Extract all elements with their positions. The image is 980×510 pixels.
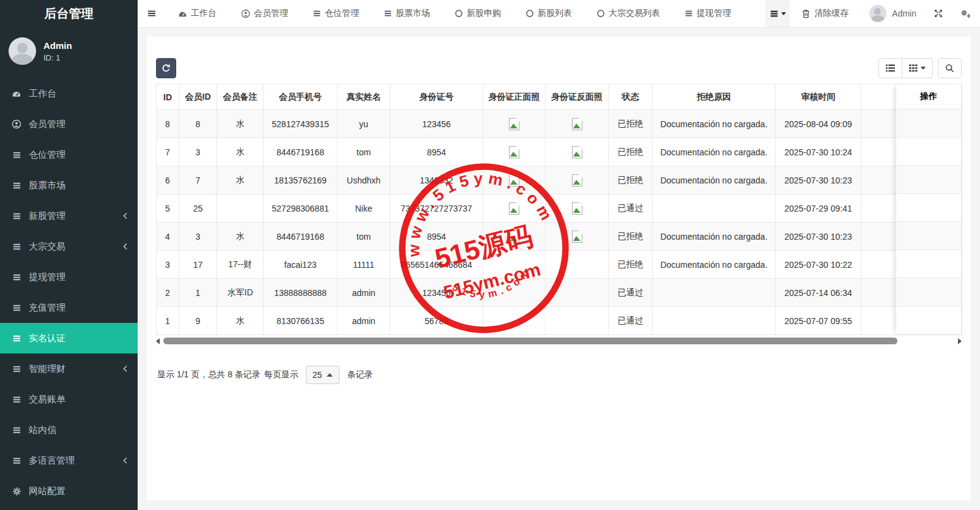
sidebar-item-label: 股票市场 xyxy=(29,180,65,191)
scroll-right-arrow[interactable] xyxy=(958,338,962,344)
caret-down-icon xyxy=(781,12,786,15)
tab-members[interactable]: 会员管理 xyxy=(229,0,300,27)
columns-view-button[interactable] xyxy=(902,58,933,78)
expand-arrows-icon xyxy=(934,9,943,18)
action-cell xyxy=(896,194,962,222)
sidebar-item-trade-bills[interactable]: 交易账单 xyxy=(0,384,138,415)
menu-dropdown-button[interactable] xyxy=(765,0,790,27)
sidebar-item-label: 实名认证 xyxy=(29,333,65,344)
navbar-user-name: Admin xyxy=(892,9,916,18)
tab-new-share-subscribe[interactable]: 新股申购 xyxy=(442,0,513,27)
tab-block-trade-list[interactable]: 大宗交易列表 xyxy=(584,0,672,27)
sidebar-item-label: 充值管理 xyxy=(29,302,65,314)
tab-new-share-list[interactable]: 新股列表 xyxy=(513,0,584,27)
sidebar-item-withdraw[interactable]: 提现管理 xyxy=(0,262,138,292)
sidebar-item-site-message[interactable]: 站内信 xyxy=(0,415,138,445)
broken-image-icon[interactable] xyxy=(509,231,519,243)
col-header-audit-time: 审核时间 xyxy=(776,84,861,110)
trash-icon xyxy=(802,9,810,18)
sidebar-item-members[interactable]: 会员管理 xyxy=(0,109,138,139)
table-row: 21水军ID13888888888admin123456 已通过2025-07-… xyxy=(157,279,962,307)
sidebar-menu: 工作台 会员管理 仓位管理 股票市场 新股管理 大宗交易 提现管理 xyxy=(0,78,138,506)
col-header-phone: 会员手机号 xyxy=(264,84,338,110)
tab-label: 会员管理 xyxy=(254,8,288,19)
refresh-button[interactable] xyxy=(156,58,176,78)
list-icon xyxy=(11,334,22,343)
status-text: 已拒绝 xyxy=(609,166,653,194)
user-icon xyxy=(11,119,22,129)
view-toggle-group xyxy=(878,58,933,78)
table-row: 19水8130766135admin56789 已通过2025-07-07 09… xyxy=(157,307,962,335)
broken-image-icon[interactable] xyxy=(509,118,519,130)
sidebar-item-block-trade[interactable]: 大宗交易 xyxy=(0,231,138,262)
broken-image-icon[interactable] xyxy=(572,174,582,187)
sticky-action-column: 操作 xyxy=(896,84,962,334)
tab-workbench[interactable]: 工作台 xyxy=(166,0,229,27)
app-title: 后台管理 xyxy=(0,0,138,28)
broken-image-icon[interactable] xyxy=(572,202,582,215)
clear-cache-button[interactable]: 清除缓存 xyxy=(790,0,861,27)
tab-label: 仓位管理 xyxy=(325,8,359,19)
sidebar-item-workbench[interactable]: 工作台 xyxy=(0,78,138,109)
status-text: 已拒绝 xyxy=(609,138,653,166)
status-text: 已拒绝 xyxy=(609,110,653,138)
table-toolbar xyxy=(156,58,962,78)
status-text: 已通过 xyxy=(609,194,653,223)
broken-image-icon[interactable] xyxy=(572,231,582,243)
circle-icon xyxy=(525,9,534,18)
pagination-bar: 显示 1/1 页，总共 8 条记录 每页显示 25 条记录 xyxy=(156,366,962,384)
sidebar-item-multilang[interactable]: 多语言管理 xyxy=(0,445,138,476)
caret-down-icon xyxy=(921,67,926,70)
sidebar-item-site-config[interactable]: 网站配置 xyxy=(0,476,138,506)
list-icon xyxy=(11,303,22,312)
content-panel: ID 会员ID 会员备注 会员手机号 真实姓名 身份证号 身份证正面照 身份证反… xyxy=(147,37,971,500)
broken-image-icon[interactable] xyxy=(572,146,582,158)
sidebar-toggle-button[interactable] xyxy=(138,0,166,27)
broken-image-icon[interactable] xyxy=(509,202,519,215)
sidebar-item-label: 仓位管理 xyxy=(29,149,65,161)
user-icon xyxy=(241,9,250,18)
list-icon xyxy=(11,456,22,465)
verification-table: ID 会员ID 会员备注 会员手机号 真实姓名 身份证号 身份证正面照 身份证反… xyxy=(156,84,962,335)
list-view-button[interactable] xyxy=(878,58,902,78)
sidebar-item-smart-finance[interactable]: 智能理财 xyxy=(0,353,138,384)
tab-label: 新股列表 xyxy=(538,8,572,19)
sidebar-item-positions[interactable]: 仓位管理 xyxy=(0,139,138,170)
sidebar-item-label: 站内信 xyxy=(29,424,56,436)
status-text: 已拒绝 xyxy=(609,223,653,251)
sidebar-item-label: 智能理财 xyxy=(29,363,65,375)
sidebar-item-new-shares[interactable]: 新股管理 xyxy=(0,201,138,231)
per-page-select[interactable]: 25 xyxy=(306,366,340,384)
search-icon xyxy=(945,64,954,73)
status-text: 已通过 xyxy=(609,307,653,335)
scroll-left-arrow[interactable] xyxy=(156,338,160,344)
action-cell xyxy=(896,138,962,166)
col-header-status: 状态 xyxy=(609,84,653,110)
list-icon xyxy=(313,9,321,18)
broken-image-icon[interactable] xyxy=(509,174,519,187)
sidebar-item-label: 新股管理 xyxy=(29,210,65,222)
col-header-member-id: 会员ID xyxy=(179,84,217,110)
cogs-icon xyxy=(960,9,971,18)
scrollbar-thumb[interactable] xyxy=(163,338,897,344)
broken-image-icon[interactable] xyxy=(572,118,582,130)
sidebar-item-recharge[interactable]: 充值管理 xyxy=(0,292,138,323)
sidebar-item-stock-market[interactable]: 股票市场 xyxy=(0,170,138,201)
top-navbar: 工作台 会员管理 仓位管理 股票市场 新股申购 新股列表 大宗交易列表 提现管 xyxy=(138,0,980,28)
action-cell xyxy=(896,166,962,194)
sidebar: 后台管理 Admin ID: 1 工作台 会员管理 仓位管理 股票市场 新股管理 xyxy=(0,0,138,510)
sidebar-item-realname-auth[interactable]: 实名认证 xyxy=(0,323,138,353)
navbar-user-menu[interactable]: Admin xyxy=(861,0,925,27)
col-header-reason: 拒绝原因 xyxy=(653,84,776,110)
tab-withdraw[interactable]: 提现管理 xyxy=(672,0,743,27)
table-row: 525527298306881Nike737372727273737 已通过20… xyxy=(157,194,962,223)
tab-stock-market[interactable]: 股票市场 xyxy=(371,0,442,27)
col-header-back-photo: 身份证反面照 xyxy=(546,84,609,110)
settings-button[interactable] xyxy=(952,0,980,27)
action-cell xyxy=(896,222,962,250)
search-button[interactable] xyxy=(938,58,962,78)
grid-icon xyxy=(909,64,918,72)
tab-positions[interactable]: 仓位管理 xyxy=(300,0,371,27)
broken-image-icon[interactable] xyxy=(509,146,519,158)
fullscreen-button[interactable] xyxy=(925,0,952,27)
